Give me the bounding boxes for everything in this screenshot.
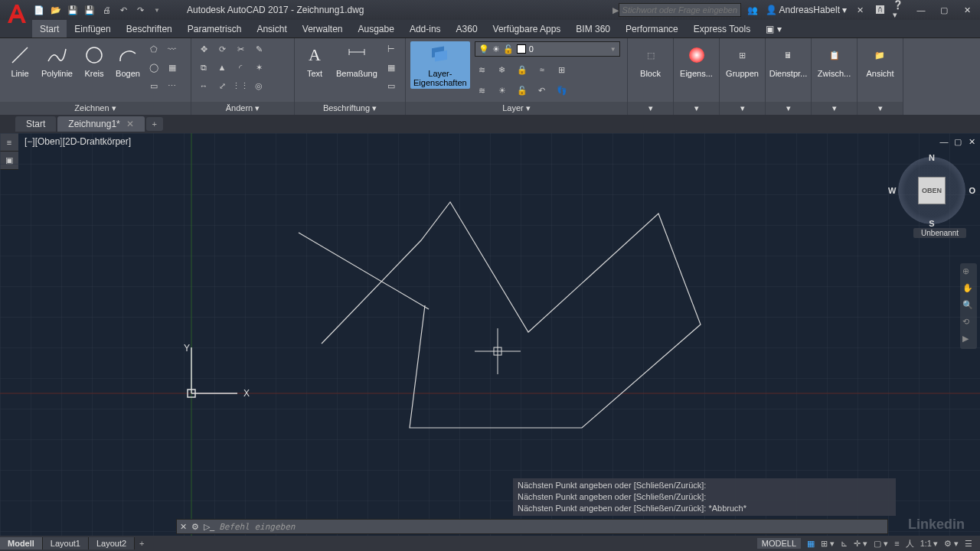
exchange-icon[interactable]: ✕ <box>853 3 867 17</box>
layer-match-icon[interactable]: ≈ <box>534 62 550 77</box>
new-tab-button[interactable]: + <box>146 117 163 131</box>
panel-modify-title[interactable]: Ändern ▾ <box>191 102 294 115</box>
scale-icon[interactable]: ⤢ <box>214 78 230 93</box>
layer-off-icon[interactable]: ≋ <box>475 62 490 77</box>
redo-icon[interactable]: ↷ <box>133 3 147 17</box>
minimize-button[interactable]: — <box>913 4 929 16</box>
circle-button[interactable]: Kreis <box>79 41 109 80</box>
offset-icon[interactable]: ◎ <box>251 78 266 93</box>
mirror-icon[interactable]: ▲ <box>214 60 230 75</box>
pan-icon[interactable]: ✋ <box>962 283 975 295</box>
qat-more-icon[interactable]: ▼ <box>150 3 164 17</box>
workspace-icon[interactable]: ⚙ ▾ <box>944 539 959 549</box>
drawing-area[interactable]: ≡ ▣ [−][Oben][2D-Drahtkörper] — ▢ ✕ Y X <box>0 133 980 536</box>
mtext-icon[interactable]: ▭ <box>384 78 399 93</box>
zoom-extents-icon[interactable]: 🔍 <box>962 300 975 312</box>
cmd-config-icon[interactable]: ⚙ <box>191 522 199 532</box>
block-button[interactable]: ⬚Block <box>635 41 666 80</box>
grid-toggle-icon[interactable]: ▦ <box>807 539 815 549</box>
ellipse-icon[interactable]: ◯ <box>146 60 162 75</box>
layout-2[interactable]: Layout2 <box>89 537 135 549</box>
layer-properties-button[interactable]: Layer- Eigenschaften <box>410 41 470 89</box>
plot-icon[interactable]: 🖨 <box>100 3 113 17</box>
scale-label[interactable]: 1:1 ▾ <box>920 539 938 549</box>
help-icon[interactable]: ❔ ▾ <box>893 3 906 17</box>
viewcube-face[interactable]: OBEN <box>918 177 946 204</box>
help-search-input[interactable] <box>619 3 741 17</box>
tab-ausgabe[interactable]: Ausgabe <box>351 20 402 37</box>
viewcube-named-view[interactable]: Unbenannt <box>913 228 966 238</box>
move-icon[interactable]: ✥ <box>196 41 211 57</box>
viewcube-s[interactable]: S <box>929 219 934 228</box>
model-space-button[interactable]: MODELL <box>757 538 801 549</box>
full-nav-icon[interactable]: ⊕ <box>962 266 975 279</box>
a360-icon[interactable]: 🅰 <box>873 3 887 17</box>
rect-icon[interactable]: ▭ <box>146 78 162 93</box>
rotate-icon[interactable]: ⟳ <box>214 41 230 57</box>
layer-on-icon[interactable]: ≋ <box>475 83 490 98</box>
signin-icon[interactable]: 👥 <box>746 3 760 17</box>
tab-overflow[interactable]: ▣ ▾ <box>758 20 789 37</box>
array-icon[interactable]: ⋮⋮ <box>233 78 248 93</box>
polygon-icon[interactable]: ⬠ <box>146 41 162 57</box>
leader-icon[interactable]: ⊢ <box>384 41 399 57</box>
command-line[interactable]: ✕ ⚙ ▷_ Befehl eingeben <box>176 519 888 534</box>
stretch-icon[interactable]: ↔ <box>196 78 211 93</box>
annotation-scale-icon[interactable]: 人 <box>906 538 914 549</box>
snap-toggle-icon[interactable]: ⊞ ▾ <box>821 539 835 549</box>
app-logo[interactable] <box>3 0 31 28</box>
tab-ansicht[interactable]: Ansicht <box>249 20 294 37</box>
properties-button[interactable]: Eigens... <box>677 41 716 80</box>
showmotion-icon[interactable]: ▶ <box>962 334 975 346</box>
panel-utils-title[interactable]: ▾ <box>766 102 811 115</box>
viewcube[interactable]: N S W O OBEN <box>897 156 966 225</box>
trim-icon[interactable]: ✂ <box>233 41 248 57</box>
dimension-button[interactable]: Bemaßung <box>333 41 381 80</box>
table-icon[interactable]: ▦ <box>384 60 399 75</box>
tab-start[interactable]: Start <box>32 20 67 37</box>
close-button[interactable]: ✕ <box>959 4 975 16</box>
layer-freeze-icon[interactable]: ❄ <box>495 62 510 77</box>
orbit-icon[interactable]: ⟲ <box>962 317 975 329</box>
panel-annot-title[interactable]: Beschriftung ▾ <box>295 102 405 115</box>
tab-beschriften[interactable]: Beschriften <box>119 20 180 37</box>
panel-clip-title[interactable]: ▾ <box>812 102 857 115</box>
tab-a360[interactable]: A360 <box>449 20 485 37</box>
osnap-icon[interactable]: ▢ ▾ <box>874 539 888 549</box>
user-menu[interactable]: 👤 AndreasHabelt ▾ <box>766 5 847 15</box>
layer-lock-icon[interactable]: 🔒 <box>514 62 530 77</box>
tab-bim360[interactable]: BIM 360 <box>568 20 618 37</box>
panel-groups-title[interactable]: ▾ <box>720 102 765 115</box>
filetab-close-icon[interactable]: ✕ <box>126 119 134 129</box>
layer-walk-icon[interactable]: 👣 <box>554 83 570 98</box>
save-icon[interactable]: 💾 <box>66 3 80 17</box>
arc-button[interactable]: Bogen <box>113 41 143 80</box>
cmd-close-icon[interactable]: ✕ <box>180 522 187 532</box>
tab-express[interactable]: Express Tools <box>686 20 758 37</box>
point-icon[interactable]: ⋯ <box>165 78 180 93</box>
viewcube-n[interactable]: N <box>929 153 935 162</box>
layout-1[interactable]: Layout1 <box>43 537 89 549</box>
polar-icon[interactable]: ✛ ▾ <box>854 539 867 549</box>
layer-selector[interactable]: 💡 ☀ 🔓 0 ▼ <box>475 41 620 57</box>
ortho-icon[interactable]: ⊾ <box>841 539 848 549</box>
fillet-icon[interactable]: ◜ <box>233 60 248 75</box>
copy-icon[interactable]: ⧉ <box>196 60 211 75</box>
new-icon[interactable]: 📄 <box>32 3 46 17</box>
line-button[interactable]: Linie <box>5 41 35 80</box>
groups-button[interactable]: ⊞Gruppen <box>723 41 762 80</box>
tab-verwalten[interactable]: Verwalten <box>295 20 351 37</box>
tab-performance[interactable]: Performance <box>618 20 686 37</box>
layer-thaw-icon[interactable]: ☀ <box>495 83 510 98</box>
panel-layer-title[interactable]: Layer ▾ <box>406 102 627 115</box>
tab-addins[interactable]: Add-ins <box>402 20 449 37</box>
layer-iso-icon[interactable]: ⊞ <box>554 62 570 77</box>
maximize-button[interactable]: ▢ <box>936 4 952 16</box>
clipboard-button[interactable]: 📋Zwisch... <box>815 41 854 80</box>
viewcube-w[interactable]: W <box>888 186 896 195</box>
undo-icon[interactable]: ↶ <box>116 3 130 17</box>
viewcube-o[interactable]: O <box>969 186 975 195</box>
spline-icon[interactable]: 〰 <box>165 41 180 57</box>
panel-view-title[interactable]: ▾ <box>858 102 903 115</box>
polyline-button[interactable]: Polylinie <box>38 41 76 80</box>
